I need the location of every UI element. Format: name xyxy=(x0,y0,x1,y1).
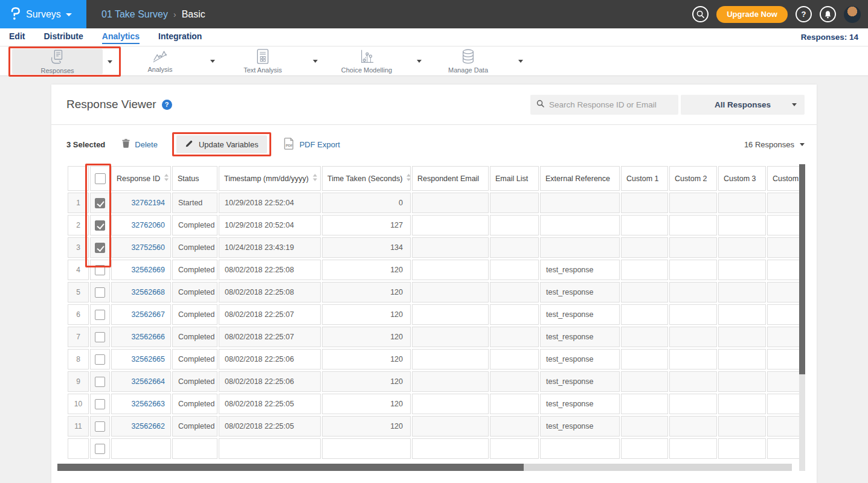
cell-email_list xyxy=(490,260,539,280)
breadcrumb: 01 Take Survey › Basic xyxy=(101,0,205,28)
table-row: 532562668Completed08/02/2018 22:25:08120… xyxy=(68,282,799,302)
cell-checkbox xyxy=(90,215,110,235)
help-circle-icon[interactable]: ? xyxy=(796,6,812,22)
response-id-link[interactable]: 32562668 xyxy=(131,288,165,296)
response-id-link[interactable]: 32562664 xyxy=(131,377,165,386)
row-checkbox[interactable] xyxy=(95,198,105,208)
sort-icon[interactable] xyxy=(407,174,411,183)
tab-analytics[interactable]: Analytics xyxy=(102,31,140,44)
cell-respondent_email xyxy=(412,327,489,347)
cell-num: 3 xyxy=(68,237,89,258)
tab-distribute[interactable]: Distribute xyxy=(43,31,83,44)
response-id-link[interactable]: 32562666 xyxy=(131,333,165,341)
questionpro-logo-icon xyxy=(9,5,21,24)
column-header-respondent_email: Respondent Email xyxy=(412,166,489,191)
pdf-export-button[interactable]: PDF PDF Export xyxy=(283,138,340,152)
user-avatar[interactable] xyxy=(844,6,861,23)
row-checkbox[interactable] xyxy=(95,310,105,320)
cell-custom3 xyxy=(718,349,766,369)
cell-custom2 xyxy=(669,349,717,369)
row-checkbox[interactable] xyxy=(95,332,105,342)
cell-custom1 xyxy=(621,282,668,302)
row-checkbox[interactable] xyxy=(95,354,105,365)
horizontal-scrollbar[interactable] xyxy=(57,464,792,471)
response-id-link[interactable]: 32562662 xyxy=(131,422,165,430)
row-checkbox[interactable] xyxy=(95,399,105,409)
column-header-select-all[interactable] xyxy=(90,166,110,191)
column-header-time_taken[interactable]: Time Taken (Seconds) xyxy=(322,166,411,191)
delete-button[interactable]: Delete xyxy=(122,139,158,150)
chevron-down-icon xyxy=(108,60,112,63)
cell-custom4 xyxy=(767,438,799,459)
responses-table-zone: Response IDStatusTimestamp (mm/dd/yyyy)T… xyxy=(66,164,805,471)
response-id-link[interactable]: 32562665 xyxy=(131,355,165,363)
cell-custom4 xyxy=(767,349,799,369)
toolbar-group-analysis: Analysis xyxy=(115,48,220,74)
tab-edit[interactable]: Edit xyxy=(9,31,25,44)
response-filter-dropdown[interactable]: All Responses xyxy=(681,95,805,115)
toolbar-text-analysis-button[interactable]: Text Analysis xyxy=(217,48,308,74)
help-icon[interactable]: ? xyxy=(162,100,172,110)
cell-custom3 xyxy=(718,304,766,325)
notifications-bell-icon[interactable] xyxy=(820,6,836,22)
cell-timestamp: 08/02/2018 22:25:08 xyxy=(219,282,321,302)
brand-menu[interactable]: Surveys xyxy=(0,0,86,28)
svg-text:PDF: PDF xyxy=(286,143,293,147)
cell-num: 4 xyxy=(68,260,89,280)
response-id-link[interactable]: 32562669 xyxy=(131,266,165,274)
horizontal-scrollbar-thumb[interactable] xyxy=(57,464,524,471)
update-variables-button[interactable]: Update Variables xyxy=(176,135,267,153)
cell-num: 1 xyxy=(68,193,89,213)
column-header-id[interactable]: Response ID xyxy=(111,166,171,191)
cell-custom1 xyxy=(621,215,668,235)
vertical-scrollbar-thumb[interactable] xyxy=(799,164,805,374)
vertical-scrollbar[interactable] xyxy=(799,164,805,471)
response-id-link[interactable]: 32562667 xyxy=(131,310,165,319)
viewer-header: Response Viewer ? All Responses xyxy=(51,85,817,125)
toolbar-analysis-button[interactable]: Analysis xyxy=(115,48,205,74)
toolbar-text-analysis-caret[interactable] xyxy=(308,48,323,74)
breadcrumb-survey[interactable]: 01 Take Survey xyxy=(101,9,168,20)
cell-custom1 xyxy=(621,438,668,459)
sort-icon[interactable] xyxy=(313,174,317,183)
column-header-external_reference: External Reference xyxy=(540,166,620,191)
upgrade-now-button[interactable]: Upgrade Now xyxy=(716,6,788,23)
toolbar-group-manage-data: Manage Data xyxy=(423,48,528,74)
toolbar-choice-modelling-button[interactable]: Choice Modelling xyxy=(321,48,412,74)
row-checkbox[interactable] xyxy=(95,444,105,454)
column-header-timestamp[interactable]: Timestamp (mm/dd/yyyy) xyxy=(219,166,321,191)
cell-num: 5 xyxy=(68,282,89,302)
cell-custom2 xyxy=(669,304,717,325)
row-checkbox[interactable] xyxy=(95,220,105,231)
chevron-down-icon xyxy=(313,60,318,63)
response-id-link[interactable]: 32562663 xyxy=(131,400,165,408)
column-header-custom2: Custom 2 xyxy=(669,166,717,191)
row-checkbox[interactable] xyxy=(95,287,105,298)
response-viewer-card: Response Viewer ? All Responses 3 Select… xyxy=(51,85,817,483)
row-checkbox[interactable] xyxy=(95,265,105,275)
page-content: Response Viewer ? All Responses 3 Select… xyxy=(0,76,868,483)
tab-integration[interactable]: Integration xyxy=(158,31,202,44)
search-icon[interactable] xyxy=(692,6,709,22)
response-id-link[interactable]: 32762194 xyxy=(131,199,165,207)
toolbar-manage-data-caret[interactable] xyxy=(513,48,528,74)
responses-per-page-dropdown[interactable]: 16 Responses xyxy=(744,140,805,149)
search-input[interactable] xyxy=(549,100,672,109)
toolbar-responses-button[interactable]: Responses xyxy=(12,49,103,74)
row-checkbox[interactable] xyxy=(95,377,105,387)
cell-respondent_email xyxy=(412,438,489,459)
toolbar-manage-data-button[interactable]: Manage Data xyxy=(423,48,513,74)
response-id-link[interactable]: 32762060 xyxy=(131,221,165,229)
select-all-checkbox[interactable] xyxy=(95,173,106,184)
row-checkbox[interactable] xyxy=(95,421,105,432)
cell-id: 32562667 xyxy=(111,304,171,325)
column-label: External Reference xyxy=(545,174,610,183)
sort-icon[interactable] xyxy=(164,174,169,183)
cell-external_reference: test_response xyxy=(540,304,620,325)
cell-custom3 xyxy=(718,371,766,392)
column-label: Status xyxy=(178,174,199,183)
response-id-link[interactable]: 32752560 xyxy=(131,243,165,252)
row-checkbox[interactable] xyxy=(95,243,105,253)
cell-custom3 xyxy=(718,237,766,258)
cell-external_reference: test_response xyxy=(540,416,620,437)
